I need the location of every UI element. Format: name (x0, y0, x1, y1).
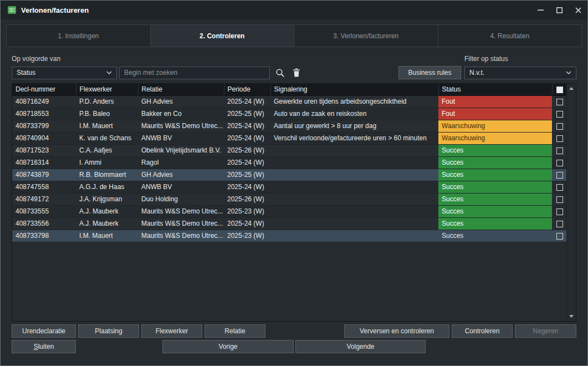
volgende-button[interactable]: Volgende (295, 340, 426, 353)
table-row[interactable]: 408733556 A.J. Mauberk Maurits W&S Demo … (12, 217, 566, 230)
relatie-button[interactable]: Relatie (204, 324, 265, 338)
select-all-cell (552, 84, 566, 95)
trash-icon (293, 68, 300, 77)
status-filter-select[interactable]: N.v.t. (464, 67, 576, 79)
scroll-up-button[interactable] (567, 84, 576, 93)
table-row[interactable]: 408740904 K. van de Schans ANWB BV 2025-… (12, 132, 566, 144)
select-all-checkbox[interactable] (556, 87, 563, 93)
cell-decl-nummer: 408733556 (12, 217, 76, 230)
row-checkbox[interactable] (556, 99, 563, 105)
controleren-button[interactable]: Controleren (452, 324, 513, 338)
cell-periode: 2025-26 (W) (224, 144, 270, 156)
column-header-relatie[interactable]: Relatie (138, 84, 224, 95)
cell-signalering (270, 205, 438, 217)
row-checkbox[interactable] (556, 196, 563, 203)
cell-periode: 2025-25 (W) (224, 108, 270, 120)
search-input[interactable] (119, 67, 270, 79)
cell-signalering (270, 230, 438, 242)
titlebar: Verlonen/factureren (1, 1, 587, 19)
plaatsing-button[interactable]: Plaatsing (78, 324, 139, 338)
table-row[interactable]: 408749172 J.A. Krijgsman Duo Holding 202… (12, 193, 566, 205)
maximize-icon (556, 7, 563, 13)
negeren-button[interactable]: Negeren (515, 324, 576, 338)
cell-flexwerker: A.G.J. de Haas (76, 181, 138, 193)
minimize-button[interactable] (531, 1, 550, 19)
cell-periode: 2025-24 (W) (224, 217, 270, 230)
tab-resultaten[interactable]: 4. Resultaten (438, 24, 582, 47)
row-checkbox[interactable] (556, 111, 563, 118)
tab-label: 3. Verlonen/factureren (333, 32, 398, 40)
tab-verlonen-factureren[interactable]: 3. Verlonen/factureren (294, 24, 438, 47)
row-checkbox[interactable] (556, 148, 563, 154)
table-body: 408716249 P.D. Anders GH Advies 2025-24 … (12, 95, 566, 242)
tab-instellingen[interactable]: 1. Instellingen (6, 24, 150, 47)
cell-decl-nummer: 408743879 (12, 169, 76, 181)
cell-periode: 2025-25 (W) (224, 169, 270, 181)
urendeclaratie-button[interactable]: Urendeclaratie (12, 324, 76, 338)
flexwerker-button[interactable]: Flexwerker (141, 324, 202, 338)
status-badge: Fout (438, 108, 552, 120)
app-icon (8, 6, 16, 14)
cell-flexwerker: I.M. Mauert (76, 120, 138, 132)
checkbox-cell (552, 156, 566, 169)
tab-controleren[interactable]: 2. Controleren (150, 24, 294, 47)
checkbox-cell (552, 193, 566, 205)
vertical-scrollbar[interactable] (566, 84, 576, 321)
close-button[interactable] (569, 1, 587, 19)
row-checkbox[interactable] (556, 135, 563, 142)
table-row[interactable]: 408733555 A.J. Mauberk Maurits W&S Demo … (12, 205, 566, 217)
cell-periode: 2025-24 (W) (224, 181, 270, 193)
row-checkbox[interactable] (556, 209, 563, 215)
status-badge: Succes (438, 144, 552, 156)
row-checkbox[interactable] (556, 184, 563, 191)
row-checkbox[interactable] (556, 172, 563, 179)
triangle-up-icon (569, 87, 574, 90)
cell-relatie: Ragol (138, 156, 224, 169)
column-header-status[interactable]: Status (438, 84, 552, 95)
table-row[interactable]: 408733798 I.M. Mauert Maurits W&S Demo U… (12, 230, 566, 242)
maximize-button[interactable] (550, 1, 569, 19)
cell-decl-nummer: 408740904 (12, 132, 76, 144)
status-badge: Waarschuwing (438, 132, 552, 144)
close-icon (575, 7, 581, 13)
row-checkbox[interactable] (556, 221, 563, 227)
table-row[interactable]: 408718553 P.B. Baleo Bakker en Co 2025-2… (12, 108, 566, 120)
vorige-button[interactable]: Vorige (162, 340, 294, 353)
cell-decl-nummer: 408716314 (12, 156, 76, 169)
sluiten-button[interactable]: Sluiten (12, 340, 76, 353)
table-row[interactable]: 408717523 C.A. Aafjes Obelink Vrijetijds… (12, 144, 566, 156)
column-header-periode[interactable]: Periode (224, 84, 270, 95)
row-checkbox[interactable] (556, 160, 563, 166)
filter-status-label: Filter op status (464, 55, 576, 63)
sort-select[interactable]: Status (12, 67, 117, 79)
business-rules-button[interactable]: Business rules (398, 66, 461, 79)
scroll-down-button[interactable] (567, 312, 576, 321)
table-row[interactable]: 408716314 I. Ammi Ragol 2025-24 (W) Succ… (12, 156, 566, 169)
search-icon (275, 68, 285, 78)
verversen-en-controleren-button[interactable]: Verversen en controleren (344, 324, 449, 338)
cell-relatie: ANWB BV (138, 132, 224, 144)
cell-periode: 2025-24 (W) (224, 132, 270, 144)
cell-signalering (270, 156, 438, 169)
cell-signalering: Verschil verloonde/gefactureerde uren > … (270, 132, 438, 144)
clear-search-button[interactable] (290, 66, 303, 79)
column-header-flexwerker[interactable]: Flexwerker (76, 84, 138, 95)
table-row[interactable]: 408733799 I.M. Mauert Maurits W&S Demo U… (12, 120, 566, 132)
search-button[interactable] (273, 66, 287, 79)
status-badge: Succes (438, 205, 552, 217)
cell-signalering (270, 169, 438, 181)
window: Verlonen/factureren 1. Instellingen 2. C… (0, 0, 588, 366)
status-badge: Waarschuwing (438, 120, 552, 132)
chevron-down-icon (566, 71, 571, 74)
table-row[interactable]: 408747558 A.G.J. de Haas ANWB BV 2025-24… (12, 181, 566, 193)
column-header-signalering[interactable]: Signalering (270, 84, 438, 95)
table-row[interactable]: 408716249 P.D. Anders GH Advies 2025-24 … (12, 95, 566, 108)
cell-decl-nummer: 408718553 (12, 108, 76, 120)
checkbox-cell (552, 181, 566, 193)
cell-signalering (270, 193, 438, 205)
table-row[interactable]: 408743879 R.B. Blommaert GH Advies 2025-… (12, 169, 566, 181)
row-checkbox[interactable] (556, 233, 563, 240)
column-header-decl-nummer[interactable]: Decl-nummer (12, 84, 76, 95)
cell-decl-nummer: 408749172 (12, 193, 76, 205)
row-checkbox[interactable] (556, 123, 563, 130)
